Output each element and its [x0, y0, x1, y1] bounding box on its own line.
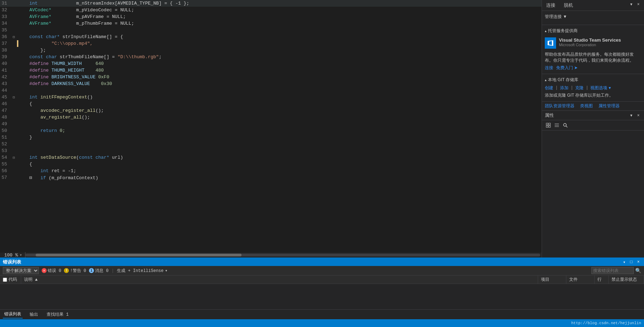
- search-icon[interactable]: 🔍: [635, 268, 641, 274]
- git-view-link[interactable]: 视图选项 ▾: [590, 85, 610, 91]
- line-change-indicator: [17, 148, 18, 153]
- right-panel-tabs: 连接 脱机 ▾ ×: [542, 0, 644, 11]
- code-line: 51 }: [0, 134, 542, 141]
- line-code[interactable]: #define THUMB_WIDTH 640: [18, 61, 104, 66]
- panel-pin-btn[interactable]: ▾: [628, 1, 634, 7]
- code-line: 46 {: [0, 101, 542, 107]
- git-create-link[interactable]: 创建: [545, 85, 553, 91]
- line-code[interactable]: #define BRIGHTNESS_VALUE 0xF0: [18, 74, 109, 80]
- select-all-checkbox[interactable]: [3, 278, 7, 282]
- error-badge[interactable]: ✕ 错误 0: [42, 268, 61, 274]
- free-link[interactable]: 免费入门 ➤: [556, 65, 578, 71]
- properties-pin-btn[interactable]: ▾: [628, 113, 634, 118]
- code-line: 41 #define THUMB_HEIGHT 480: [0, 67, 542, 74]
- line-code[interactable]: AVCodec* m_pVideoCodec = NULL;: [18, 7, 134, 13]
- code-lines: 31 int m_nStreamIndex[AVMEDIA_TYPE_NB] =…: [0, 0, 542, 181]
- scope-filter[interactable]: 整个解决方案: [3, 267, 39, 274]
- git-add-link[interactable]: 添加: [560, 85, 568, 91]
- service-name: Visual Studio Team Services: [559, 37, 641, 43]
- warning-badge[interactable]: ! !警告 0: [64, 268, 86, 274]
- bottom-panel-controls: ▾ □ ×: [621, 259, 641, 265]
- col-line-header[interactable]: 行: [595, 275, 609, 284]
- tab-offline[interactable]: 脱机: [562, 1, 574, 9]
- line-code[interactable]: int initFFmpegContext(): [18, 95, 93, 100]
- property-manager-link[interactable]: 属性管理器: [598, 103, 620, 109]
- properties-title: 属性: [545, 112, 554, 119]
- team-explorer-link[interactable]: 团队资源管理器: [545, 103, 574, 109]
- line-code[interactable]: #define DARKNESS_VALUE 0x30: [18, 81, 112, 86]
- tab-error-list[interactable]: 错误列表: [3, 310, 23, 319]
- fold-indicator[interactable]: ⊟: [13, 35, 17, 39]
- prop-sort-btn[interactable]: [553, 122, 560, 129]
- horizontal-scrollbar[interactable]: 100 % ▾: [0, 253, 542, 258]
- line-code[interactable]: {: [18, 101, 32, 107]
- tab-connect[interactable]: 连接: [545, 1, 557, 9]
- bottom-panel-close-btn[interactable]: ×: [636, 259, 641, 265]
- line-code[interactable]: ⊟ if (m_pFormatContext): [18, 175, 98, 181]
- line-number: 36: [1, 34, 13, 40]
- tab-output[interactable]: 输出: [28, 311, 40, 318]
- line-number: 57: [1, 175, 13, 180]
- code-line: 48 av_register_all();: [0, 114, 542, 121]
- info-label: 消息 0: [95, 268, 108, 274]
- line-number: 37: [1, 41, 13, 46]
- line-code[interactable]: {: [18, 162, 32, 167]
- panel-close-btn[interactable]: ×: [636, 1, 641, 7]
- code-line: 34 AVFrame* m_pThumbFrame = NULL;: [0, 20, 542, 27]
- line-code[interactable]: const char* strInputFileName[] = {: [18, 34, 123, 40]
- fold-indicator[interactable]: ⊟: [13, 156, 17, 160]
- line-number: 56: [1, 168, 13, 174]
- prop-search-btn[interactable]: [562, 122, 569, 129]
- zoom-area: 100 % ▾: [1, 252, 25, 258]
- col-project-header[interactable]: 项目: [538, 275, 566, 284]
- line-code[interactable]: AVFrame* m_pAVFrame = NULL;: [18, 14, 126, 19]
- error-search-input[interactable]: [591, 267, 634, 274]
- bottom-panel-pin-btn[interactable]: ▾: [621, 259, 627, 265]
- info-badge[interactable]: i 消息 0: [89, 268, 108, 274]
- line-code[interactable]: return 0;: [18, 128, 65, 133]
- scrollbar-thumb[interactable]: [36, 254, 242, 256]
- col-code-header[interactable]: 代码: [0, 275, 21, 284]
- code-content: 31 int m_nStreamIndex[AVMEDIA_TYPE_NB] =…: [0, 0, 542, 253]
- git-desc: 添加或克隆 GIT 存储库以开始工作。: [545, 92, 641, 98]
- line-code[interactable]: AVFrame* m_pThumbFrame = NULL;: [18, 21, 134, 26]
- service-info: Visual Studio Team Services Microsoft Co…: [559, 37, 641, 49]
- col-suppress-header[interactable]: 禁止显示状态: [609, 275, 644, 284]
- line-code[interactable]: int ret = -1;: [18, 168, 76, 174]
- scrollbar-track[interactable]: [25, 254, 540, 256]
- line-number: 34: [1, 21, 13, 26]
- line-code[interactable]: av_register_all();: [18, 115, 90, 120]
- line-code[interactable]: "C:\\oppo.mp4",: [18, 41, 93, 46]
- line-code[interactable]: }: [18, 135, 32, 140]
- line-code[interactable]: int m_nStreamIndex[AVMEDIA_TYPE_NB] = { …: [18, 1, 189, 6]
- code-line: 45⊟ int initFFmpegContext(): [0, 94, 542, 101]
- manage-label[interactable]: 管理连接 ▼: [545, 14, 641, 20]
- panel-links: 连接 免费入门 ➤: [545, 65, 641, 71]
- zoom-dropdown[interactable]: ▾: [19, 252, 22, 258]
- line-code[interactable]: int setDataSource(const char* url): [18, 155, 123, 160]
- status-bar: http://blog.csdn.net/hejjunlin: [0, 319, 644, 327]
- git-section-title: ▴ 本地 GIT 存储库: [545, 77, 641, 83]
- intellisense-filter[interactable]: 生成 + IntelliSense ▾: [117, 268, 167, 274]
- properties-close-btn[interactable]: ×: [636, 113, 641, 118]
- line-code[interactable]: const char strThumbFileName[] = "D:\\thu…: [18, 54, 162, 60]
- right-panel: 连接 脱机 ▾ × 管理连接 ▼ ▴ 托管服务提供商: [542, 0, 644, 258]
- prop-grid-btn[interactable]: [545, 122, 552, 129]
- info-icon: i: [89, 268, 94, 273]
- tab-find-results[interactable]: 查找结果 1: [45, 311, 70, 318]
- line-code[interactable]: #define THUMB_HEIGHT 480: [18, 68, 104, 73]
- intellisense-label: 生成 + IntelliSense: [117, 268, 163, 274]
- service-desc: 帮助你发布高品质软件的服务。每次都能搜好发布。你只需专注于代码，我们来简化剩余流…: [545, 52, 641, 63]
- code-line: 37 "C:\\oppo.mp4",: [0, 40, 542, 47]
- bottom-panel-float-btn[interactable]: □: [628, 259, 634, 265]
- line-code[interactable]: avcodec_register_all();: [18, 108, 104, 113]
- col-file-header[interactable]: 文件: [566, 275, 595, 284]
- class-view-link[interactable]: 类视图: [580, 103, 593, 109]
- code-line: 47 avcodec_register_all();: [0, 107, 542, 114]
- git-clone-link[interactable]: 克隆: [575, 85, 584, 91]
- line-code[interactable]: };: [18, 48, 46, 53]
- connect-link[interactable]: 连接: [545, 65, 553, 71]
- col-desc-header[interactable]: 说明 ▲: [21, 275, 538, 284]
- intellisense-dropdown[interactable]: ▾: [165, 268, 167, 273]
- fold-indicator[interactable]: ⊟: [13, 95, 17, 99]
